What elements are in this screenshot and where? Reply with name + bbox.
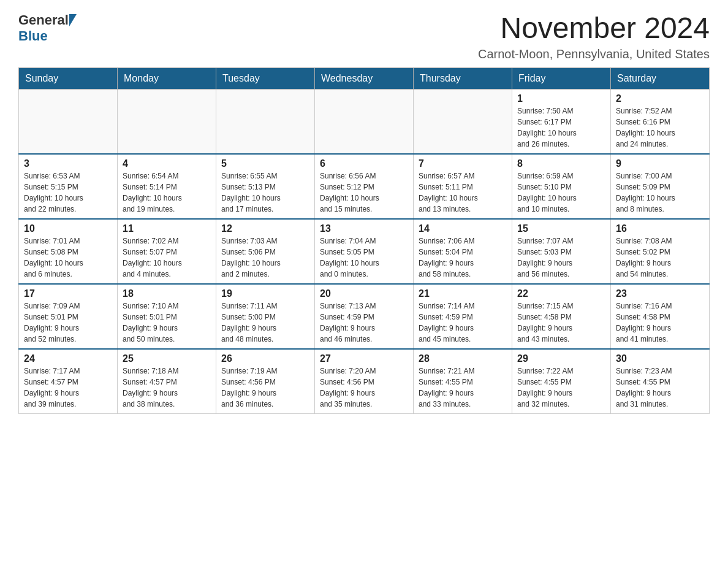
day-number: 25: [123, 353, 211, 364]
calendar-week-row: 3Sunrise: 6:53 AM Sunset: 5:15 PM Daylig…: [19, 154, 710, 219]
day-info: Sunrise: 7:07 AM Sunset: 5:03 PM Dayligh…: [517, 236, 605, 280]
day-info: Sunrise: 7:52 AM Sunset: 6:16 PM Dayligh…: [616, 105, 704, 150]
col-tuesday: Tuesday: [216, 67, 315, 89]
day-info: Sunrise: 7:04 AM Sunset: 5:05 PM Dayligh…: [320, 236, 408, 280]
table-row: 22Sunrise: 7:15 AM Sunset: 4:58 PM Dayli…: [512, 284, 611, 349]
day-number: 15: [517, 223, 605, 234]
col-monday: Monday: [118, 67, 216, 89]
table-row: 19Sunrise: 7:11 AM Sunset: 5:00 PM Dayli…: [216, 284, 315, 349]
day-number: 3: [24, 158, 112, 169]
calendar-week-row: 24Sunrise: 7:17 AM Sunset: 4:57 PM Dayli…: [19, 349, 710, 414]
day-info: Sunrise: 6:56 AM Sunset: 5:12 PM Dayligh…: [320, 170, 408, 215]
day-info: Sunrise: 7:18 AM Sunset: 4:57 PM Dayligh…: [123, 366, 211, 410]
table-row: 5Sunrise: 6:55 AM Sunset: 5:13 PM Daylig…: [216, 154, 315, 219]
col-saturday: Saturday: [611, 67, 710, 89]
col-thursday: Thursday: [414, 67, 512, 89]
table-row: 26Sunrise: 7:19 AM Sunset: 4:56 PM Dayli…: [216, 349, 315, 414]
table-row: 30Sunrise: 7:23 AM Sunset: 4:55 PM Dayli…: [611, 349, 710, 414]
table-row: 16Sunrise: 7:08 AM Sunset: 5:02 PM Dayli…: [611, 219, 710, 284]
day-number: 13: [320, 223, 408, 234]
day-number: 14: [419, 223, 507, 234]
day-number: 10: [24, 223, 112, 234]
col-sunday: Sunday: [19, 67, 118, 89]
day-number: 17: [24, 288, 112, 299]
day-number: 19: [221, 288, 309, 299]
day-number: 30: [616, 353, 704, 364]
table-row: 10Sunrise: 7:01 AM Sunset: 5:08 PM Dayli…: [19, 219, 118, 284]
table-row: 21Sunrise: 7:14 AM Sunset: 4:59 PM Dayli…: [414, 284, 512, 349]
table-row: [19, 89, 118, 154]
day-number: 12: [221, 223, 309, 234]
day-info: Sunrise: 6:53 AM Sunset: 5:15 PM Dayligh…: [24, 170, 112, 215]
day-number: 18: [123, 288, 211, 299]
day-info: Sunrise: 7:15 AM Sunset: 4:58 PM Dayligh…: [517, 301, 605, 345]
col-wednesday: Wednesday: [315, 67, 414, 89]
table-row: 13Sunrise: 7:04 AM Sunset: 5:05 PM Dayli…: [315, 219, 414, 284]
day-info: Sunrise: 7:10 AM Sunset: 5:01 PM Dayligh…: [123, 301, 211, 345]
day-number: 21: [419, 288, 507, 299]
day-info: Sunrise: 7:13 AM Sunset: 4:59 PM Dayligh…: [320, 301, 408, 345]
day-info: Sunrise: 7:00 AM Sunset: 5:09 PM Dayligh…: [616, 170, 704, 215]
day-info: Sunrise: 6:57 AM Sunset: 5:11 PM Dayligh…: [419, 170, 507, 215]
day-number: 9: [616, 158, 704, 169]
day-number: 24: [24, 353, 112, 364]
table-row: 20Sunrise: 7:13 AM Sunset: 4:59 PM Dayli…: [315, 284, 414, 349]
day-number: 6: [320, 158, 408, 169]
day-number: 4: [123, 158, 211, 169]
table-row: [216, 89, 315, 154]
day-number: 23: [616, 288, 704, 299]
table-row: 3Sunrise: 6:53 AM Sunset: 5:15 PM Daylig…: [19, 154, 118, 219]
calendar-week-row: 1Sunrise: 7:50 AM Sunset: 6:17 PM Daylig…: [19, 89, 710, 154]
table-row: 27Sunrise: 7:20 AM Sunset: 4:56 PM Dayli…: [315, 349, 414, 414]
day-info: Sunrise: 7:09 AM Sunset: 5:01 PM Dayligh…: [24, 301, 112, 345]
table-row: 14Sunrise: 7:06 AM Sunset: 5:04 PM Dayli…: [414, 219, 512, 284]
day-info: Sunrise: 7:14 AM Sunset: 4:59 PM Dayligh…: [419, 301, 507, 345]
table-row: 28Sunrise: 7:21 AM Sunset: 4:55 PM Dayli…: [414, 349, 512, 414]
table-row: 15Sunrise: 7:07 AM Sunset: 5:03 PM Dayli…: [512, 219, 611, 284]
day-info: Sunrise: 6:54 AM Sunset: 5:14 PM Dayligh…: [123, 170, 211, 215]
day-info: Sunrise: 6:55 AM Sunset: 5:13 PM Dayligh…: [221, 170, 309, 215]
calendar-week-row: 10Sunrise: 7:01 AM Sunset: 5:08 PM Dayli…: [19, 219, 710, 284]
logo-blue-text: Blue: [18, 28, 48, 44]
table-row: 4Sunrise: 6:54 AM Sunset: 5:14 PM Daylig…: [118, 154, 216, 219]
calendar-header-row: Sunday Monday Tuesday Wednesday Thursday…: [19, 67, 710, 89]
day-number: 16: [616, 223, 704, 234]
day-info: Sunrise: 7:06 AM Sunset: 5:04 PM Dayligh…: [419, 236, 507, 280]
table-row: 2Sunrise: 7:52 AM Sunset: 6:16 PM Daylig…: [611, 89, 710, 154]
day-info: Sunrise: 7:50 AM Sunset: 6:17 PM Dayligh…: [517, 105, 605, 150]
table-row: 1Sunrise: 7:50 AM Sunset: 6:17 PM Daylig…: [512, 89, 611, 154]
calendar-subtitle: Carnot-Moon, Pennsylvania, United States: [478, 47, 710, 61]
day-info: Sunrise: 7:08 AM Sunset: 5:02 PM Dayligh…: [616, 236, 704, 280]
day-number: 27: [320, 353, 408, 364]
calendar-title: November 2024: [478, 12, 710, 45]
day-info: Sunrise: 7:11 AM Sunset: 5:00 PM Dayligh…: [221, 301, 309, 345]
day-number: 22: [517, 288, 605, 299]
table-row: 17Sunrise: 7:09 AM Sunset: 5:01 PM Dayli…: [19, 284, 118, 349]
table-row: [315, 89, 414, 154]
table-row: 9Sunrise: 7:00 AM Sunset: 5:09 PM Daylig…: [611, 154, 710, 219]
day-number: 2: [616, 93, 704, 104]
day-info: Sunrise: 7:19 AM Sunset: 4:56 PM Dayligh…: [221, 366, 309, 410]
calendar-table: Sunday Monday Tuesday Wednesday Thursday…: [18, 67, 710, 414]
day-info: Sunrise: 7:16 AM Sunset: 4:58 PM Dayligh…: [616, 301, 704, 345]
col-friday: Friday: [512, 67, 611, 89]
title-block: November 2024 Carnot-Moon, Pennsylvania,…: [478, 12, 710, 61]
table-row: 29Sunrise: 7:22 AM Sunset: 4:55 PM Dayli…: [512, 349, 611, 414]
day-info: Sunrise: 7:22 AM Sunset: 4:55 PM Dayligh…: [517, 366, 605, 410]
table-row: 23Sunrise: 7:16 AM Sunset: 4:58 PM Dayli…: [611, 284, 710, 349]
logo: General Blue: [18, 12, 77, 44]
day-number: 29: [517, 353, 605, 364]
day-number: 20: [320, 288, 408, 299]
table-row: 25Sunrise: 7:18 AM Sunset: 4:57 PM Dayli…: [118, 349, 216, 414]
day-number: 26: [221, 353, 309, 364]
table-row: 18Sunrise: 7:10 AM Sunset: 5:01 PM Dayli…: [118, 284, 216, 349]
day-number: 28: [419, 353, 507, 364]
table-row: 12Sunrise: 7:03 AM Sunset: 5:06 PM Dayli…: [216, 219, 315, 284]
day-number: 11: [123, 223, 211, 234]
day-info: Sunrise: 7:01 AM Sunset: 5:08 PM Dayligh…: [24, 236, 112, 280]
table-row: 6Sunrise: 6:56 AM Sunset: 5:12 PM Daylig…: [315, 154, 414, 219]
table-row: [414, 89, 512, 154]
day-info: Sunrise: 7:23 AM Sunset: 4:55 PM Dayligh…: [616, 366, 704, 410]
table-row: 24Sunrise: 7:17 AM Sunset: 4:57 PM Dayli…: [19, 349, 118, 414]
day-number: 8: [517, 158, 605, 169]
